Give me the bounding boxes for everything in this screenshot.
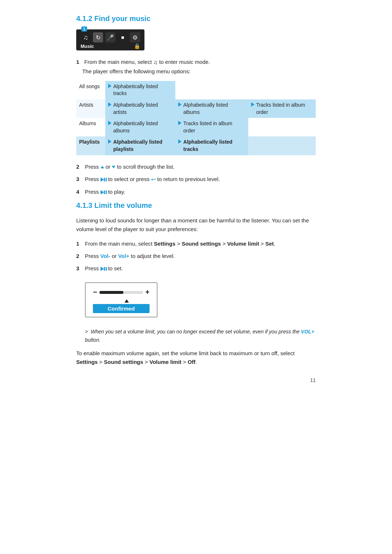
play-icon3 <box>101 267 104 271</box>
menu-empty-4 <box>248 136 316 155</box>
vol-plus-link: VOL+ <box>301 329 314 335</box>
volume-limit-path2: Volume limit <box>150 359 181 365</box>
confirmed-box: Confirmed <box>93 304 150 313</box>
volume-limit-path: Volume limit <box>227 241 259 247</box>
page-number: 11 <box>76 377 316 383</box>
volume-diagram: − + Confirmed <box>85 282 158 317</box>
vol-bar-row: − + <box>93 288 150 296</box>
navigation-steps: 2 Press or to scroll through the list. 3… <box>76 163 316 197</box>
note-text: When you set a volume limit, you can no … <box>85 329 314 342</box>
device-lock-icon: 🔒 <box>134 43 140 49</box>
vol-bar-fill <box>99 291 123 294</box>
stop-icon: ■ <box>118 32 128 42</box>
menu-options-table: All songs Alphabetically listed tracks A… <box>76 81 316 155</box>
step4-item: 4 Press to play. <box>76 188 316 196</box>
step2-number: 2 <box>76 163 82 171</box>
pause-icon2 <box>104 190 107 194</box>
menu-item-tracks-album-order: Tracks listed in album order <box>248 99 316 118</box>
vol-bar-track <box>99 291 143 294</box>
vol-step1-item: 1 From the main menu, select Settings > … <box>76 239 316 248</box>
vol-step2-item: 2 Press Vol- or Vol+ to adjust the level… <box>76 252 316 260</box>
sound-settings-path2: Sound settings <box>104 359 143 365</box>
vol-step2-number: 2 <box>76 252 82 260</box>
mic-icon: 🎤 <box>105 32 115 42</box>
table-row-playlists: Playlists Alphabetically listedplaylists… <box>76 136 316 155</box>
menu-empty-1 <box>175 81 248 99</box>
vol-minus-sign: − <box>93 288 97 296</box>
vol-marker <box>93 299 150 303</box>
menu-empty-3 <box>248 118 316 136</box>
sound-settings-path: Sound settings <box>181 241 221 247</box>
return-icon: ↩ <box>151 176 156 182</box>
music-inline-icon: ♫ <box>153 59 158 65</box>
note-arrow: > <box>85 329 88 335</box>
set-path: Set <box>265 241 274 247</box>
play-pause-icon2 <box>101 190 107 194</box>
step3-item: 3 Press to select or press ↩ to return t… <box>76 175 316 184</box>
menu-empty-2 <box>248 81 316 99</box>
menu-cat-albums: Albums <box>76 118 105 136</box>
menu-cat-allsongs: All songs <box>76 81 105 99</box>
pause-icon3 <box>104 267 107 271</box>
section-title-413: 4.1.3 Limit the volume <box>76 201 316 210</box>
menu-item-alpha-playlists: Alphabetically listedplaylists <box>105 136 175 155</box>
settings-icon: ↻ <box>93 32 103 42</box>
vol-step3-number: 3 <box>76 264 82 273</box>
menu-item-alpha-albums2: Alphabetically listed albums <box>105 118 175 136</box>
play-pause-icon3 <box>101 267 107 271</box>
play-pause-icon <box>101 177 107 182</box>
section2-intro: Listening to loud sounds for longer than… <box>76 216 316 234</box>
menu-item-alpha-tracks: Alphabetically listed tracks <box>105 81 175 99</box>
volume-steps: 1 From the main menu, select Settings > … <box>76 239 316 273</box>
menu-item-alpha-tracks2: Alphabetically listed tracks <box>175 136 248 155</box>
device-label: Music <box>81 44 94 49</box>
vol-step1-number: 1 <box>76 239 82 248</box>
device-mockup: 1 ♫ ↻ 🎤 ■ ⚙ Music 🔒 <box>76 29 144 50</box>
vol-minus-label: Vol- <box>101 253 110 259</box>
table-row: Artists Alphabetically listed artists Al… <box>76 99 316 118</box>
step2-item: 2 Press or to scroll through the list. <box>76 163 316 171</box>
down-arrow-icon <box>112 166 115 168</box>
step2-text: Press or to scroll through the list. <box>85 163 175 171</box>
section-title-412: 4.1.2 Find your music <box>76 15 316 23</box>
table-row: Albums Alphabetically listed albums Trac… <box>76 118 316 136</box>
device-label-bar: Music 🔒 <box>81 43 140 49</box>
menu-cat-artists: Artists <box>76 99 105 118</box>
step1-number: 1 <box>76 58 83 66</box>
note-box: > When you set a volume limit, you can n… <box>85 328 316 344</box>
off-path: Off <box>188 359 196 365</box>
up-arrow-icon <box>101 166 104 168</box>
step3-number: 3 <box>76 175 82 184</box>
menu-item-alpha-artists: Alphabetically listed artists <box>105 99 175 118</box>
device-icon-row: ♫ ↻ 🎤 ■ ⚙ <box>81 32 140 42</box>
vol-step2-text: Press Vol- or Vol+ to adjust the level. <box>85 252 175 260</box>
pause-icon <box>104 178 107 181</box>
step4-text: Press to play. <box>85 188 125 196</box>
vol-step3-text: Press to set. <box>85 264 123 273</box>
gear-icon: ⚙ <box>130 32 140 42</box>
vol-marker-triangle <box>124 299 129 303</box>
play-icon <box>101 177 104 182</box>
vol-step3-item: 3 Press to set. <box>76 264 316 273</box>
badge-1: 1 <box>81 26 87 32</box>
step1-content: From the main menu, select ♫ to enter mu… <box>76 59 210 74</box>
menu-item-alpha-albums: Alphabetically listed albums <box>175 99 248 118</box>
vol-step1-text: From the main menu, select Settings > So… <box>85 239 275 248</box>
play-icon2 <box>101 190 104 194</box>
step1-text: 1 From the main menu, select ♫ to enter … <box>76 58 316 76</box>
vol-plus-label: Vol+ <box>118 253 129 259</box>
vol-plus-sign: + <box>145 288 150 296</box>
step3-text: Press to select or press ↩ to return to … <box>85 175 220 184</box>
final-paragraph: To enable maximum volume again, set the … <box>76 349 316 366</box>
settings-path: Settings <box>154 241 175 247</box>
menu-item-tracks-album-order2: Tracks listed in album order <box>175 118 248 136</box>
table-row: All songs Alphabetically listed tracks <box>76 81 316 99</box>
settings-path2: Settings <box>76 359 98 365</box>
menu-cat-playlists: Playlists <box>76 136 105 155</box>
step4-number: 4 <box>76 188 82 196</box>
music-mode-icon: ♫ <box>81 32 91 42</box>
